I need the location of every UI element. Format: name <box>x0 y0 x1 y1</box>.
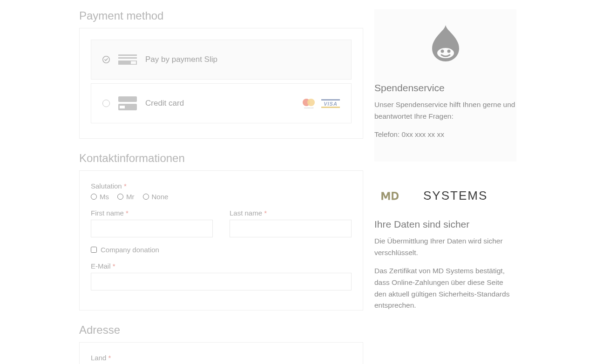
service-phone: Telefon: 0xx xxx xx xx <box>374 129 516 141</box>
contact-heading: Kontaktinformationen <box>79 152 363 165</box>
email-group: E-Mail * <box>91 262 352 290</box>
payment-slip-icon <box>118 53 137 67</box>
address-panel: Land * <box>79 342 363 364</box>
svg-text:VISA: VISA <box>324 101 338 107</box>
svg-rect-4 <box>131 61 136 64</box>
card-brand-logos: mastercard VISA <box>300 98 340 109</box>
salutation-mr[interactable]: Mr <box>117 193 135 201</box>
salutation-none[interactable]: None <box>143 193 169 201</box>
payment-panel: Pay by payment Slip Credit card masterca… <box>79 28 363 139</box>
payment-method-heading: Payment method <box>79 9 363 22</box>
salutation-ms[interactable]: Ms <box>91 193 109 201</box>
secure-block: Ihre Daten sind sicher Die Übermittlung … <box>374 219 516 311</box>
last-name-label: Last name * <box>230 209 352 217</box>
svg-point-9 <box>307 99 315 106</box>
salutation-label: Salutation * <box>91 182 352 190</box>
address-heading: Adresse <box>79 324 363 337</box>
contact-panel: Salutation * Ms Mr None First name * Las… <box>79 170 363 310</box>
credit-card-icon <box>118 96 137 110</box>
visa-icon: VISA <box>321 98 340 109</box>
svg-rect-1 <box>118 54 137 56</box>
salutation-group: Salutation * Ms Mr None <box>91 182 352 201</box>
svg-rect-11 <box>321 99 340 101</box>
secure-heading: Ihre Daten sind sicher <box>374 219 516 230</box>
radio-selected-icon <box>102 56 110 63</box>
payment-credit-label: Credit card <box>145 99 184 108</box>
company-donation-check[interactable]: Company donation <box>91 246 352 254</box>
email-label: E-Mail * <box>91 262 352 270</box>
email-input[interactable] <box>91 273 352 290</box>
payment-option-credit[interactable]: Credit card mastercard VISA <box>91 83 352 123</box>
svg-rect-7 <box>120 106 125 108</box>
service-heading: Spendenservice <box>374 82 516 94</box>
svg-rect-5 <box>118 96 137 102</box>
country-label: Land * <box>91 354 352 362</box>
mdsystems-logo: ᴍᴅSYSTEMS <box>374 173 516 219</box>
svg-rect-2 <box>118 57 137 59</box>
service-body: Unser Spendenservice hilft Ihnen gerne u… <box>374 99 516 122</box>
svg-text:ᴍᴅ: ᴍᴅ <box>380 187 399 202</box>
radio-unselected-icon <box>102 100 110 107</box>
first-name-group: First name * <box>91 209 213 237</box>
svg-text:mastercard: mastercard <box>304 107 313 109</box>
secure-p1: Die Übermittlung Ihrer Daten wird sicher… <box>374 236 516 259</box>
secure-p2: Das Zertifikat von MD Systems bestätigt,… <box>374 265 516 311</box>
payment-slip-label: Pay by payment Slip <box>145 55 217 64</box>
drupal-logo <box>374 24 516 64</box>
last-name-input[interactable] <box>230 220 352 237</box>
payment-option-slip[interactable]: Pay by payment Slip <box>91 40 352 80</box>
svg-point-15 <box>440 50 444 53</box>
svg-rect-13 <box>321 107 340 108</box>
svg-point-16 <box>447 50 450 53</box>
svg-text:SYSTEMS: SYSTEMS <box>423 189 488 202</box>
first-name-label: First name * <box>91 209 213 217</box>
first-name-input[interactable] <box>91 220 213 237</box>
country-group: Land * <box>91 354 352 362</box>
last-name-group: Last name * <box>230 209 352 237</box>
mastercard-icon: mastercard <box>300 98 318 109</box>
service-block: Spendenservice Unser Spendenservice hilf… <box>374 9 516 162</box>
